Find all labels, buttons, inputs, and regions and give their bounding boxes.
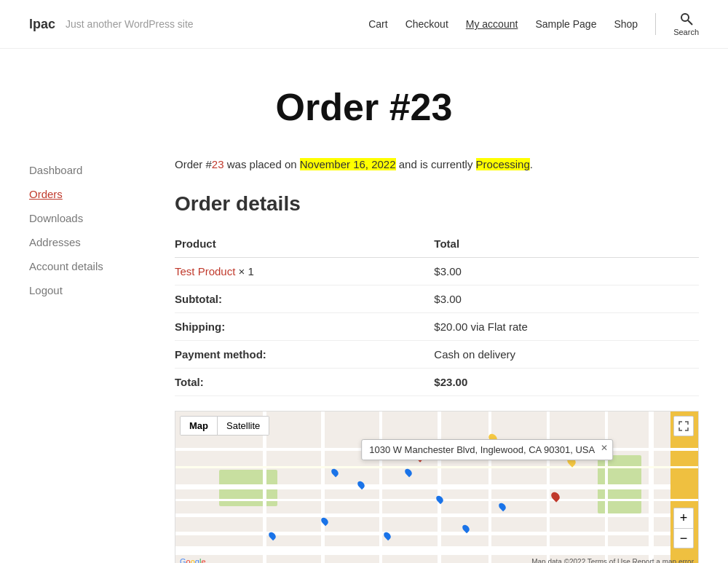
site-header: lpac Just another WordPress site Cart Ch… — [0, 0, 728, 49]
svg-rect-21 — [175, 466, 698, 468]
map-toggle-bar[interactable]: Map Satellite — [180, 416, 269, 436]
subtotal-value: $3.00 — [434, 286, 699, 313]
col-product: Product — [175, 230, 434, 258]
shipping-method: via Flat rate — [467, 320, 528, 333]
order-status-value: Processing — [476, 158, 530, 170]
nav-my-account[interactable]: My account — [466, 18, 518, 30]
popup-close-icon[interactable]: ✕ — [601, 443, 608, 453]
order-status-message: Order #23 was placed on November 16, 202… — [175, 158, 699, 170]
shipping-label: Shipping: — [175, 313, 434, 341]
sidebar-item-account-details[interactable]: Account details — [29, 254, 131, 278]
col-total: Total — [434, 230, 699, 258]
nav-checkout[interactable]: Checkout — [405, 18, 448, 30]
nav-divider — [655, 13, 656, 35]
svg-rect-17 — [605, 412, 608, 563]
total-label: Total: — [175, 369, 434, 396]
search-icon — [679, 12, 694, 26]
table-row-payment: Payment method: Cash on delivery — [175, 341, 699, 369]
site-tagline: Just another WordPress site — [66, 18, 194, 30]
order-number: 23 — [212, 158, 224, 170]
svg-rect-18 — [649, 412, 654, 563]
svg-rect-6 — [175, 513, 698, 517]
main-content: Dashboard Orders Downloads Addresses Acc… — [0, 158, 728, 563]
map-attr-text: Map data ©2022 Terms of Use Report a map… — [531, 558, 694, 563]
nav-sample-page[interactable]: Sample Page — [535, 18, 596, 30]
map-attribution: Map data ©2022 Terms of Use Report a map… — [531, 558, 694, 563]
subtotal-label: Subtotal: — [175, 286, 434, 313]
svg-rect-13 — [379, 412, 382, 563]
svg-rect-5 — [175, 484, 698, 489]
table-row-product: Test Product × 1 $3.00 — [175, 258, 699, 286]
sidebar-item-logout[interactable]: Logout — [29, 278, 131, 302]
map-expand-button[interactable] — [673, 416, 694, 436]
sidebar: Dashboard Orders Downloads Addresses Acc… — [29, 158, 131, 563]
message-after: and is currently — [396, 158, 476, 170]
sidebar-item-addresses[interactable]: Addresses — [29, 230, 131, 254]
main-nav: Cart Checkout My account Sample Page Sho… — [368, 12, 699, 36]
svg-rect-12 — [321, 412, 325, 563]
table-row-subtotal: Subtotal: $3.00 — [175, 286, 699, 313]
map-container: Map Satellite 1030 W Manchester Blvd, In… — [175, 411, 699, 563]
search-button[interactable]: Search — [673, 12, 699, 36]
nav-cart[interactable]: Cart — [368, 18, 387, 30]
page-title: Order #23 — [29, 85, 699, 129]
svg-rect-8 — [175, 546, 698, 555]
google-logo: Google — [180, 557, 206, 563]
message-before: Order # — [175, 158, 212, 170]
header-left: lpac Just another WordPress site — [29, 17, 194, 32]
popup-address: 1030 W Manchester Blvd, Inglewood, CA 90… — [369, 444, 595, 455]
nav-shop[interactable]: Shop — [614, 18, 638, 30]
order-details-title: Order details — [175, 192, 699, 216]
table-row-shipping: Shipping: $20.00 via Flat rate — [175, 313, 699, 341]
svg-point-0 — [681, 14, 689, 21]
payment-label: Payment method: — [175, 341, 434, 369]
map-zoom-out[interactable]: − — [673, 528, 694, 548]
expand-icon — [678, 421, 689, 431]
sidebar-item-orders[interactable]: Orders — [29, 182, 131, 206]
svg-rect-16 — [547, 412, 550, 563]
map-zoom-in[interactable]: + — [673, 508, 694, 528]
map-tab-map[interactable]: Map — [181, 417, 218, 435]
map-tab-satellite[interactable]: Satellite — [218, 417, 269, 435]
total-value: $23.00 — [434, 369, 699, 396]
period: . — [530, 158, 533, 170]
product-link[interactable]: Test Product — [175, 265, 235, 277]
order-date: November 16, 2022 — [300, 158, 396, 170]
message-middle: was placed on — [224, 158, 300, 170]
content-area: Order #23 was placed on November 16, 202… — [175, 158, 699, 563]
table-row-total: Total: $23.00 — [175, 369, 699, 396]
site-title: lpac — [29, 17, 55, 32]
sidebar-item-downloads[interactable]: Downloads — [29, 206, 131, 230]
product-cell: Test Product × 1 — [175, 258, 434, 286]
order-table: Product Total Test Product × 1 $3.00 Sub… — [175, 230, 699, 396]
map-address-popup: 1030 W Manchester Blvd, Inglewood, CA 90… — [361, 439, 613, 460]
product-total: $3.00 — [434, 258, 699, 286]
search-label: Search — [673, 28, 699, 36]
sidebar-item-dashboard[interactable]: Dashboard — [29, 158, 131, 182]
svg-rect-14 — [438, 412, 441, 563]
payment-value: Cash on delivery — [434, 341, 699, 369]
shipping-amount: $20.00 — [434, 320, 467, 333]
product-qty: × 1 — [235, 265, 253, 277]
svg-line-1 — [688, 20, 692, 25]
page-title-section: Order #23 — [0, 49, 728, 158]
map-mock: Map Satellite 1030 W Manchester Blvd, In… — [175, 412, 698, 563]
map-zoom-controls: + − — [673, 508, 694, 548]
shipping-value: $20.00 via Flat rate — [434, 313, 699, 341]
svg-rect-7 — [175, 532, 698, 535]
